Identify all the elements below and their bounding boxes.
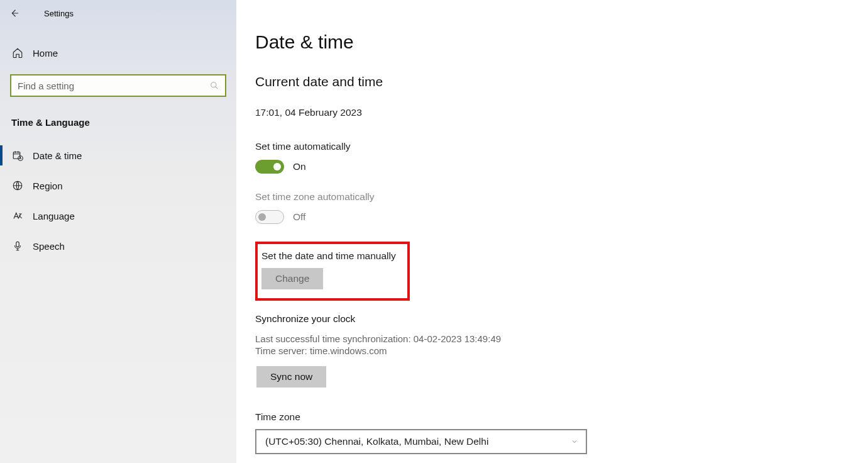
current-datetime-heading: Current date and time bbox=[255, 74, 849, 89]
nav-item-region[interactable]: Region bbox=[0, 170, 236, 201]
set-time-auto-label: Set time automatically bbox=[255, 141, 849, 152]
search-field-wrap bbox=[10, 74, 226, 97]
search-input[interactable] bbox=[18, 81, 210, 91]
timezone-value: (UTC+05:30) Chennai, Kolkata, Mumbai, Ne… bbox=[265, 436, 488, 447]
set-tz-auto-label: Set time zone automatically bbox=[255, 191, 849, 203]
page-title: Date & time bbox=[255, 31, 849, 53]
language-icon bbox=[11, 209, 24, 222]
set-time-auto-state: On bbox=[293, 161, 306, 172]
globe-icon bbox=[11, 179, 24, 192]
manual-datetime-highlight: Set the date and time manually Change bbox=[255, 242, 410, 301]
nav-item-label: Language bbox=[33, 211, 75, 221]
current-datetime-value: 17:01, 04 February 2023 bbox=[255, 107, 849, 118]
svg-point-0 bbox=[211, 82, 216, 87]
nav-list: Date & time Region Language Speech bbox=[0, 140, 236, 261]
nav-home[interactable]: Home bbox=[0, 40, 236, 65]
set-time-auto-row: On bbox=[255, 160, 849, 174]
timezone-select[interactable]: (UTC+05:30) Chennai, Kolkata, Mumbai, Ne… bbox=[255, 429, 587, 454]
calendar-clock-icon bbox=[11, 149, 24, 162]
set-time-auto-toggle[interactable] bbox=[255, 160, 284, 174]
sync-server-line: Time server: time.windows.com bbox=[255, 345, 849, 356]
app-title: Settings bbox=[44, 9, 74, 18]
nav-item-label: Speech bbox=[33, 241, 65, 252]
sidebar: Settings Home Time & Language Date & tim… bbox=[0, 0, 236, 463]
nav-item-speech[interactable]: Speech bbox=[0, 231, 236, 261]
sync-last-line: Last successful time synchronization: 04… bbox=[255, 333, 849, 344]
sync-heading: Synchronize your clock bbox=[255, 313, 849, 325]
mic-icon bbox=[11, 240, 24, 252]
nav-item-date-time[interactable]: Date & time bbox=[0, 140, 236, 170]
main-panel: Date & time Current date and time 17:01,… bbox=[236, 0, 868, 463]
chevron-down-icon bbox=[571, 438, 578, 445]
home-icon bbox=[11, 47, 24, 59]
set-tz-auto-row: Off bbox=[255, 210, 849, 224]
timezone-section: Time zone (UTC+05:30) Chennai, Kolkata, … bbox=[255, 411, 849, 454]
nav-item-label: Date & time bbox=[33, 150, 82, 161]
sync-now-button[interactable]: Sync now bbox=[256, 366, 326, 388]
set-tz-auto-toggle bbox=[255, 210, 284, 224]
search-field[interactable] bbox=[10, 74, 226, 97]
set-tz-auto-state: Off bbox=[293, 211, 305, 223]
window-header: Settings bbox=[0, 0, 236, 26]
sidebar-section-title: Time & Language bbox=[11, 117, 236, 128]
nav-item-label: Region bbox=[33, 181, 63, 191]
nav-home-label: Home bbox=[33, 48, 58, 59]
change-button[interactable]: Change bbox=[261, 268, 323, 289]
svg-rect-4 bbox=[16, 242, 19, 247]
timezone-label: Time zone bbox=[255, 411, 849, 423]
search-icon bbox=[210, 81, 219, 90]
svg-rect-1 bbox=[13, 152, 20, 159]
back-icon[interactable] bbox=[9, 8, 20, 19]
sync-section: Synchronize your clock Last successful t… bbox=[255, 313, 849, 388]
nav-item-language[interactable]: Language bbox=[0, 201, 236, 231]
set-manual-label: Set the date and time manually bbox=[261, 250, 401, 262]
